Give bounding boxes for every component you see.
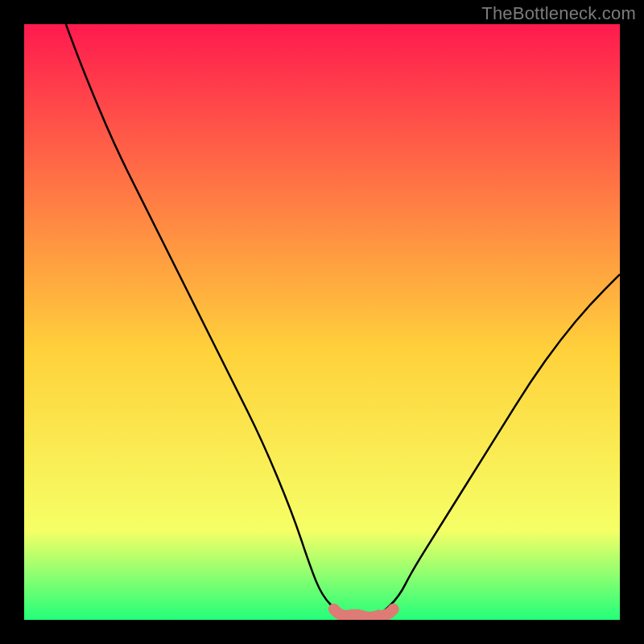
plot-area — [24, 24, 620, 620]
gradient-background — [24, 24, 620, 620]
watermark-text: TheBottleneck.com — [481, 3, 636, 24]
bottleneck-plot — [24, 24, 620, 620]
chart-frame: TheBottleneck.com — [0, 0, 644, 644]
